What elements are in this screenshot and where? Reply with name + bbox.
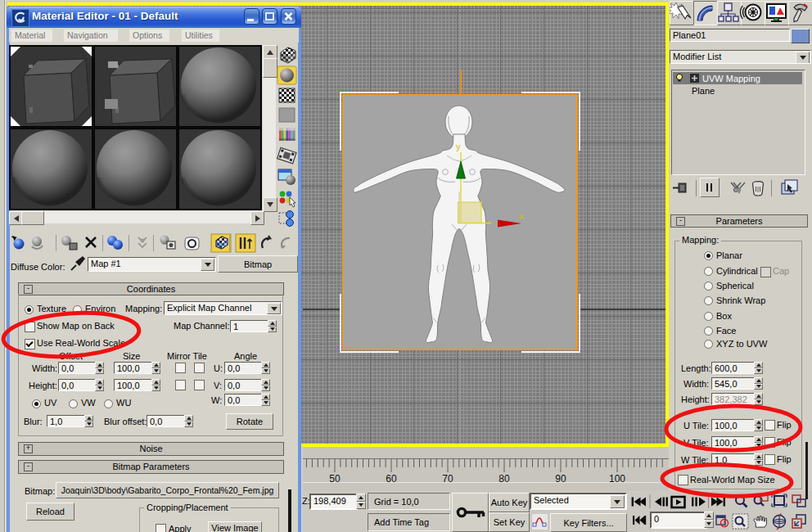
svg-text:x: x	[519, 211, 524, 221]
svg-text:y: y	[456, 142, 461, 151]
